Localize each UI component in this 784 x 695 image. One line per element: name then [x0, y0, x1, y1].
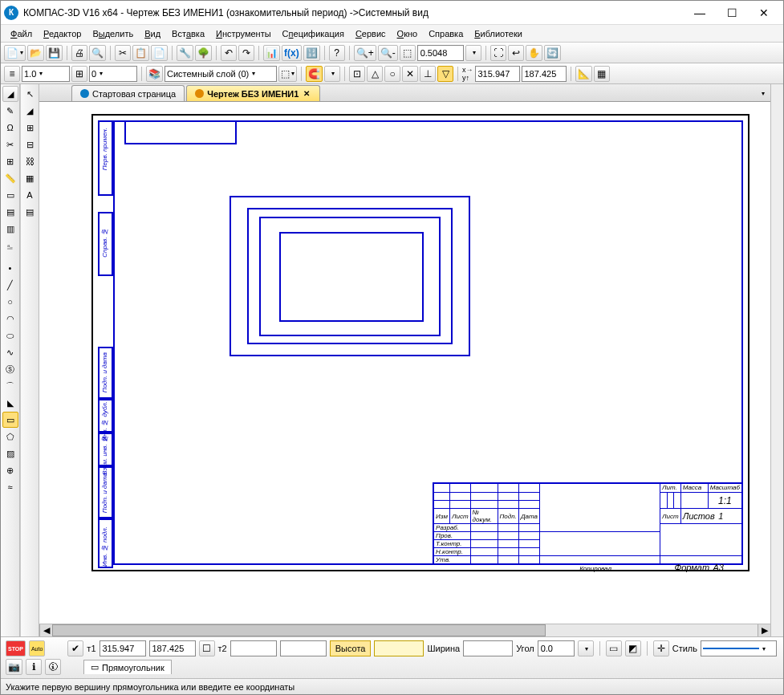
lineweight-combo[interactable]: 1.0▾ [22, 66, 70, 82]
aux1-button[interactable]: ↖ [22, 86, 38, 102]
axes-button[interactable]: ✛ [653, 640, 669, 656]
menu-spec[interactable]: Спецификация [278, 27, 349, 40]
report-panel-button[interactable]: ▥ [2, 221, 18, 237]
hscroll-thumb[interactable] [52, 624, 546, 636]
snap-end-button[interactable]: ⊡ [349, 66, 365, 82]
rectangle-tool-button[interactable]: ▭ [2, 412, 18, 428]
menu-service[interactable]: Сервис [351, 27, 391, 40]
arc-tool-button[interactable]: ◠ [2, 311, 18, 327]
camera-button[interactable]: 📷 [6, 659, 22, 675]
help-button[interactable]: ? [329, 45, 345, 61]
angle-field[interactable]: 0.0 [538, 640, 575, 656]
snap-mid-button[interactable]: △ [367, 66, 383, 82]
drawing-canvas[interactable]: Перв. примен. Справ. № Подп. и дата Инв.… [39, 102, 770, 624]
menu-file[interactable]: ФФайлайл [6, 27, 37, 40]
scroll-right-button[interactable]: ▶ [758, 624, 770, 636]
prop-tab-rectangle[interactable]: ▭ Прямоугольник [83, 660, 172, 674]
width-field[interactable] [463, 640, 513, 656]
edit-panel-button[interactable]: ✂ [2, 136, 18, 152]
aux5-button[interactable]: ⛓ [22, 153, 38, 169]
step-icon[interactable]: ⊞ [71, 66, 87, 82]
vscrollbar[interactable] [770, 84, 783, 636]
aux8-button[interactable]: ▤ [22, 204, 38, 220]
zoom-in-button[interactable]: 🔍+ [354, 45, 376, 61]
prop-help-button[interactable]: ℹ [26, 659, 42, 675]
undo-button[interactable]: ↶ [221, 45, 237, 61]
aux3-button[interactable]: ⊞ [22, 120, 38, 136]
snap-center-button[interactable]: ○ [384, 66, 400, 82]
geometry-panel-button[interactable]: ◢ [2, 86, 18, 102]
menu-insert[interactable]: Вставка [167, 27, 209, 40]
cut-button[interactable]: ✂ [115, 45, 131, 61]
layer-combo[interactable]: Системный слой (0)▾ [165, 66, 277, 82]
manager-button[interactable]: 📊 [263, 45, 280, 61]
zoom-pan-button[interactable]: ✋ [526, 45, 542, 61]
t1-x-field[interactable]: 315.947 [100, 640, 146, 656]
paste-button[interactable]: 📄 [151, 45, 168, 61]
rect-mode1-button[interactable]: ▭ [606, 640, 622, 656]
select-panel-button[interactable]: ▭ [2, 187, 18, 203]
snap-toggle-button[interactable]: 🧲 [306, 66, 323, 82]
preview-button[interactable]: 🔍 [89, 45, 106, 61]
snap-menu-button[interactable] [324, 66, 340, 82]
menu-window[interactable]: Окно [392, 27, 423, 40]
style-combo[interactable]: ▾ [701, 640, 777, 656]
menu-view[interactable]: Вид [140, 27, 165, 40]
tabs-menu-button[interactable] [754, 85, 770, 101]
zoom-drop-button[interactable] [465, 45, 481, 61]
fx-button[interactable]: f(x) [282, 45, 302, 61]
aux6-button[interactable]: ▦ [22, 170, 38, 186]
param-panel-button[interactable]: ⊞ [2, 153, 18, 169]
coord-y-field[interactable]: 187.425 [522, 66, 567, 82]
measure-panel-button[interactable]: 📏 [2, 170, 18, 186]
t2-y-field[interactable] [280, 640, 327, 656]
auto-button[interactable]: Auto [29, 640, 45, 656]
tab-close-button[interactable]: ✕ [302, 89, 311, 98]
collect-tool-button[interactable]: ⊕ [2, 462, 18, 478]
print-button[interactable]: 🖨 [71, 45, 87, 61]
close-button[interactable]: ✕ [748, 3, 780, 22]
redo-button[interactable]: ↷ [238, 45, 254, 61]
t2-check[interactable]: ☐ [199, 640, 215, 656]
t1-y-field[interactable]: 187.425 [149, 640, 196, 656]
t1-check[interactable]: ✔ [67, 640, 83, 656]
menu-select[interactable]: Выделить [87, 27, 138, 40]
coord-x-field[interactable]: 315.947 [475, 66, 520, 82]
lineweight-icon[interactable]: ≡ [4, 66, 20, 82]
step-combo[interactable]: 0▾ [89, 66, 137, 82]
layers-button[interactable]: 📚 [146, 66, 163, 82]
menu-edit[interactable]: Редактор [39, 27, 86, 40]
dim-panel-button[interactable]: ✎ [2, 103, 18, 119]
snap-int-button[interactable]: ✕ [402, 66, 418, 82]
stop-button[interactable]: STOP [6, 640, 26, 656]
menu-libs[interactable]: Библиотеки [469, 27, 527, 40]
props-button[interactable]: 🔧 [177, 45, 193, 61]
tab-drawing[interactable]: Чертеж БЕЗ ИМЕНИ1✕ [186, 85, 320, 101]
zoom-window-button[interactable]: ⬚ [400, 45, 416, 61]
layer-opts-button[interactable]: ⬚ [278, 66, 297, 82]
grid-button[interactable]: ▦ [594, 66, 610, 82]
menu-tools[interactable]: Инструменты [211, 27, 276, 40]
chamfer-tool-button[interactable]: ◣ [2, 395, 18, 411]
hscrollbar[interactable]: ◀ ▶ [39, 624, 770, 636]
t2-x-field[interactable] [230, 640, 277, 656]
minimize-button[interactable]: — [684, 3, 716, 22]
bezier-tool-button[interactable]: ⓢ [2, 361, 18, 377]
new-button[interactable]: 📄 [4, 45, 26, 61]
zoom-value-field[interactable]: 0.5048 [417, 45, 464, 61]
zoom-prev-button[interactable]: ↩ [508, 45, 524, 61]
zoom-out-button[interactable]: 🔍- [378, 45, 398, 61]
ortho-button[interactable]: 📐 [575, 66, 592, 82]
menu-help[interactable]: Справка [424, 27, 468, 40]
snap-tan-button[interactable]: ⊥ [420, 66, 436, 82]
angle-drop-button[interactable] [578, 640, 594, 656]
spec-panel-button[interactable]: ▤ [2, 204, 18, 220]
circle-tool-button[interactable]: ○ [2, 294, 18, 310]
point-tool-button[interactable]: • [2, 260, 18, 276]
aux7-button[interactable]: A [22, 187, 38, 203]
snap-near-button[interactable]: ▽ [437, 66, 453, 82]
equidist-tool-button[interactable]: ≈ [2, 479, 18, 495]
scroll-left-button[interactable]: ◀ [39, 624, 52, 636]
open-button[interactable]: 📂 [27, 45, 44, 61]
text-panel-button[interactable]: Ω [2, 120, 18, 136]
